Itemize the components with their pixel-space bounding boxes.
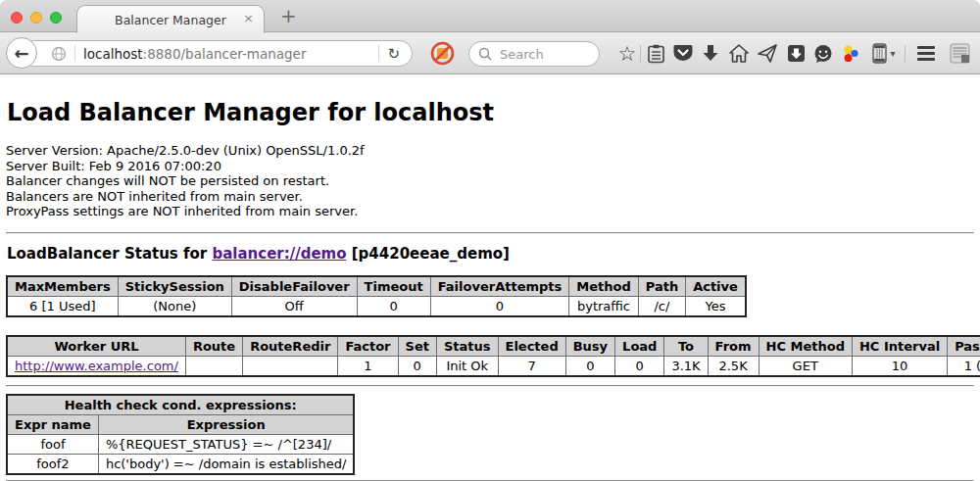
tab-title: Balancer Manager: [115, 13, 226, 27]
reading-list-icon[interactable]: [643, 40, 668, 67]
col-worker-url: Worker URL: [7, 336, 185, 357]
chat-smiley-icon[interactable]: [810, 40, 836, 67]
health-table-title: Health check cond. expressions:: [7, 395, 354, 415]
globe-icon: [51, 46, 67, 62]
cell-expression: hc('body') =~ /domain is established/: [98, 454, 354, 474]
cell-failoverattempts: 0: [430, 296, 569, 316]
tab-balancer-manager[interactable]: Balancer Manager ×: [76, 5, 265, 33]
page-title: Load Balancer Manager for localhost: [7, 99, 976, 126]
cell-busy: 0: [565, 356, 614, 376]
back-button[interactable]: ←: [6, 37, 37, 69]
col-active: Active: [686, 276, 746, 297]
back-icon: ←: [14, 43, 28, 64]
download-icon[interactable]: [698, 40, 723, 67]
send-icon[interactable]: [755, 40, 780, 67]
cell-method: bytraffic: [569, 296, 638, 316]
server-version-line: Server Version: Apache/2.5.0-dev (Unix) …: [6, 143, 976, 159]
table-row: http://www.example.com/ 1 0 Init Ok 7 0 …: [7, 356, 980, 376]
col-failoverattempts: FailoverAttempts: [430, 276, 569, 297]
col-from: From: [708, 336, 759, 357]
tab-bar: Balancer Manager × +: [0, 0, 980, 32]
server-info: Server Version: Apache/2.5.0-dev (Unix) …: [6, 143, 976, 219]
cell-expr-name: foof2: [7, 454, 98, 474]
close-window-button[interactable]: [11, 12, 23, 24]
container-dropdown-caret[interactable]: ▾: [885, 40, 901, 67]
table-header-row: Expr name Expression: [7, 414, 354, 434]
worker-status-table: Worker URL Route RouteRedir Factor Set S…: [6, 335, 980, 377]
server-built-line: Server Built: Feb 9 2016 07:00:20: [6, 159, 976, 174]
toolbar-divider: [905, 45, 906, 63]
col-hc-interval: HC Interval: [852, 336, 947, 357]
inherit-warning-line: Balancers are NOT inherited from main se…: [6, 189, 976, 205]
reload-icon: ↻: [387, 45, 400, 63]
col-timeout: Timeout: [357, 276, 430, 297]
zoom-window-button[interactable]: [50, 12, 62, 24]
bookmark-star-icon[interactable]: ☆: [614, 40, 640, 67]
col-path: Path: [638, 276, 685, 297]
table-row: foof2 hc('body') =~ /domain is establish…: [7, 454, 354, 474]
url-bar[interactable]: localhost:8880/balancer-manager ↻: [21, 40, 413, 67]
loadbalancer-status-heading: LoadBalancer Status for balancer://demo …: [7, 245, 976, 263]
reload-button[interactable]: ↻: [370, 45, 412, 63]
cell-stickysession: (None): [118, 296, 231, 316]
table-header-row: Worker URL Route RouteRedir Factor Set S…: [7, 336, 980, 357]
cell-set: 0: [398, 356, 436, 376]
flash-block-icon[interactable]: [429, 40, 456, 67]
search-input[interactable]: [498, 46, 590, 63]
col-expression: Expression: [98, 414, 354, 434]
health-check-table: Health check cond. expressions: Expr nam…: [6, 394, 355, 475]
cell-hc-interval: 10: [852, 356, 947, 376]
cell-to: 3.1K: [664, 356, 708, 376]
balancer-demo-link[interactable]: balancer://demo: [212, 245, 346, 263]
cell-active: Yes: [686, 296, 746, 316]
menu-icon[interactable]: [913, 40, 939, 67]
page-content: Load Balancer Manager for localhost Serv…: [0, 99, 980, 481]
col-elected: Elected: [498, 336, 565, 357]
new-tab-button[interactable]: +: [274, 4, 303, 27]
col-passes: Passes: [948, 336, 980, 357]
divider-rule: [6, 385, 974, 387]
col-maxmembers: MaxMembers: [7, 276, 118, 297]
col-route: Route: [185, 336, 242, 357]
cell-factor: 1: [338, 356, 398, 376]
col-set: Set: [398, 336, 436, 357]
col-factor: Factor: [338, 336, 398, 357]
col-hc-method: HC Method: [759, 336, 852, 357]
cell-elected: 7: [498, 356, 565, 376]
cell-disablefailover: Off: [231, 296, 357, 316]
col-busy: Busy: [565, 336, 614, 357]
url-text: localhost:8880/balancer-manager: [83, 46, 306, 62]
tab-close-icon[interactable]: ×: [243, 11, 254, 25]
home-icon[interactable]: [726, 40, 752, 67]
persist-warning-line: Balancer changes will NOT be persisted o…: [6, 173, 976, 189]
cell-passes: 1 (0): [948, 356, 980, 376]
video-download-icon[interactable]: [783, 40, 808, 67]
minimize-window-button[interactable]: [30, 12, 42, 24]
cell-status: Init Ok: [436, 356, 498, 376]
table-header-row: MaxMembers StickySession DisableFailover…: [7, 276, 746, 297]
cell-expr-name: foof: [7, 434, 98, 454]
navigation-toolbar: ← localhost:8880/balancer-manager ↻: [0, 32, 980, 74]
cell-expression: %{REQUEST_STATUS} =~ /^[234]/: [98, 434, 354, 454]
search-bar[interactable]: [468, 41, 600, 67]
col-stickysession: StickySession: [118, 276, 231, 297]
col-routeredir: RouteRedir: [243, 336, 338, 357]
worker-url-link[interactable]: http://www.example.com/: [15, 359, 178, 373]
col-to: To: [664, 336, 708, 357]
col-disablefailover: DisableFailover: [231, 276, 357, 297]
url-domain: localhost: [83, 46, 143, 62]
screenshot-grid-icon[interactable]: [947, 40, 972, 67]
table-row: 6 [1 Used] (None) Off 0 0 bytraffic /c/ …: [7, 296, 746, 316]
col-load: Load: [615, 336, 664, 357]
cell-routeredir: [243, 356, 338, 376]
cell-hc-method: GET: [759, 356, 852, 376]
proxypass-warning-line: ProxyPass settings are NOT inherited fro…: [6, 204, 976, 219]
cell-load: 0: [615, 356, 664, 376]
pocket-icon[interactable]: [670, 40, 696, 67]
cell-from: 2.5K: [708, 356, 759, 376]
urlbar-divider: [74, 45, 75, 62]
cell-path: /c/: [638, 296, 685, 316]
cell-worker-url: http://www.example.com/: [7, 356, 185, 376]
col-expr-name: Expr name: [7, 414, 98, 434]
color-dots-icon[interactable]: [838, 40, 863, 67]
